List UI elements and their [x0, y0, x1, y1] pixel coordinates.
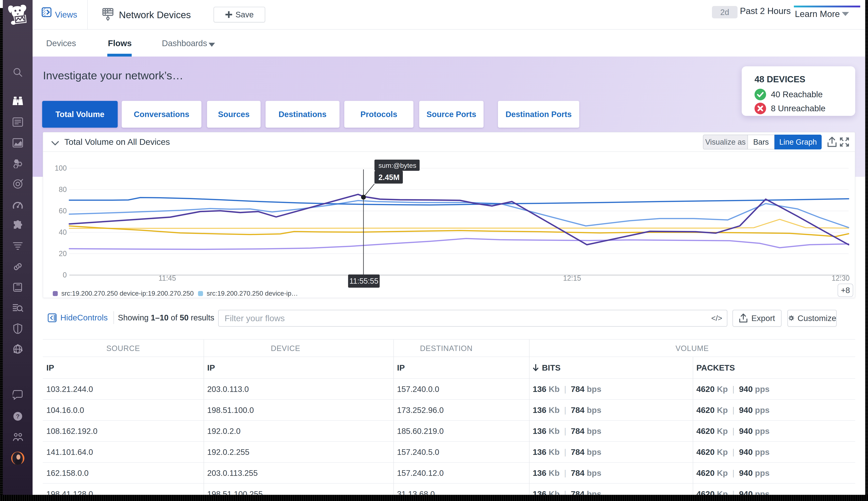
svg-text:11:45: 11:45: [158, 274, 176, 282]
svg-text:2.45M: 2.45M: [379, 173, 400, 182]
svg-text:60: 60: [59, 207, 67, 215]
svg-text:0: 0: [63, 271, 67, 279]
svg-text:12:15: 12:15: [563, 274, 581, 282]
svg-text:20: 20: [59, 249, 67, 258]
svg-text:100: 100: [55, 164, 67, 172]
svg-text:80: 80: [59, 185, 67, 194]
svg-text:11:55:55: 11:55:55: [349, 277, 378, 285]
svg-text:?: ?: [16, 413, 19, 419]
svg-text:12:30: 12:30: [832, 274, 850, 282]
svg-text:40: 40: [59, 228, 67, 236]
svg-text:sum:@bytes: sum:@bytes: [379, 162, 416, 169]
